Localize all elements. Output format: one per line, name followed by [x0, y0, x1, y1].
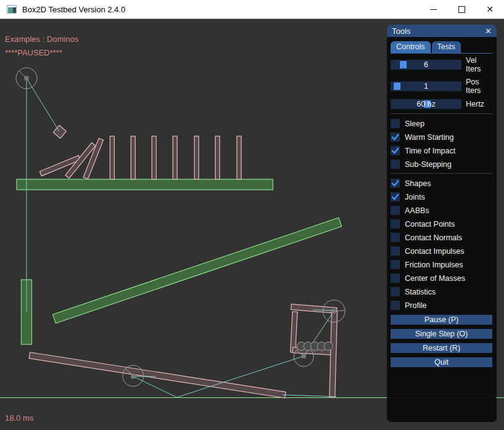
- checkbox-label: Friction Impulses: [405, 261, 463, 269]
- checkbox-label: Statistics: [405, 288, 436, 296]
- maximize-icon: [458, 6, 465, 13]
- pendulum-box: [53, 125, 66, 138]
- button-group: Pause (P)Single Step (O)Restart (R)Quit: [391, 315, 492, 367]
- joint-anchor: [25, 76, 29, 81]
- domino-upright: [237, 136, 242, 179]
- checkbox-label: Shapes: [405, 179, 431, 188]
- minimize-button[interactable]: [419, 0, 447, 18]
- domino-upright: [131, 136, 136, 179]
- joints-checkbox[interactable]: Joints: [391, 192, 492, 201]
- sub-stepping-checkbox[interactable]: Sub-Stepping: [391, 160, 492, 169]
- slider-value: 1: [391, 81, 461, 91]
- checkbox-box[interactable]: [391, 233, 400, 242]
- checkbox-box[interactable]: [391, 206, 400, 215]
- checkbox-label: AABBs: [405, 206, 429, 215]
- center-of-masses-checkbox[interactable]: Center of Masses: [391, 274, 492, 283]
- tools-titlebar[interactable]: Tools ✕: [387, 25, 497, 37]
- single-step-button[interactable]: Single Step (O): [391, 329, 492, 339]
- restart-button[interactable]: Restart (R): [391, 343, 492, 353]
- checkbox-label: Contact Points: [405, 220, 455, 229]
- checkbox-box[interactable]: [391, 132, 400, 142]
- sleep-checkbox[interactable]: Sleep: [391, 119, 492, 128]
- contact-points-checkbox[interactable]: Contact Points: [391, 219, 492, 229]
- vel-iters-slider-row: 6Vel Iters: [391, 56, 492, 73]
- pause-button[interactable]: Pause (P): [391, 315, 492, 325]
- paused-label: ****PAUSED****: [5, 48, 62, 57]
- warm-starting-checkbox[interactable]: Warm Starting: [391, 132, 492, 142]
- tab-controls[interactable]: Controls: [391, 41, 431, 53]
- contact-normals-checkbox[interactable]: Contact Normals: [391, 233, 492, 242]
- checkbox-box[interactable]: [391, 160, 400, 169]
- checkbox-label: Contact Normals: [405, 233, 462, 242]
- quit-button[interactable]: Quit: [391, 357, 492, 367]
- domino-upright: [152, 136, 156, 179]
- checkbox-box[interactable]: [391, 192, 400, 201]
- dominos-platform: [17, 179, 273, 190]
- checkbox-box[interactable]: [391, 179, 400, 188]
- aabbs-checkbox[interactable]: AABBs: [391, 206, 492, 215]
- draw-checkbox-group: ShapesJointsAABBsContact PointsContact N…: [391, 179, 492, 310]
- joint-line: [283, 395, 336, 397]
- window-titlebar[interactable]: Box2D Testbed Version 2.4.0 ✕: [0, 0, 504, 19]
- check-icon: [391, 192, 400, 201]
- profile-checkbox[interactable]: Profile: [391, 301, 492, 310]
- hertz-slider[interactable]: 60 hz: [391, 99, 461, 109]
- checkbox-label: Time of Impact: [405, 147, 455, 155]
- close-button[interactable]: ✕: [476, 0, 504, 18]
- checkbox-box[interactable]: [391, 301, 400, 310]
- stand-right-post: [330, 311, 338, 397]
- domino-upright: [195, 136, 199, 179]
- app-icon: [7, 5, 17, 14]
- window-controls: ✕: [419, 0, 504, 18]
- slider-list: 6Vel Iters1Pos Iters60 hzHertz: [391, 56, 492, 109]
- seesaw-plank: [29, 352, 286, 398]
- physics-canvas[interactable]: Examples : Dominos ****PAUSED**** 18.0 m…: [0, 19, 504, 430]
- joint-anchor: [302, 354, 306, 359]
- domino-upright: [173, 136, 177, 179]
- checkbox-label: Sub-Stepping: [405, 160, 452, 169]
- tools-panel: Tools ✕ ControlsTests 6Vel Iters1Pos Ite…: [387, 25, 497, 422]
- close-icon: ✕: [486, 4, 494, 14]
- slider-label: Vel Iters: [466, 56, 492, 73]
- check-icon: [391, 146, 400, 155]
- slider-value: 60 hz: [391, 99, 461, 109]
- checkbox-box[interactable]: [391, 219, 400, 229]
- separator: [391, 173, 492, 174]
- shapes-checkbox[interactable]: Shapes: [391, 179, 492, 188]
- statistics-checkbox[interactable]: Statistics: [391, 287, 492, 296]
- tools-close-button[interactable]: ✕: [485, 27, 492, 35]
- checkbox-label: Center of Masses: [405, 274, 465, 283]
- checkbox-box[interactable]: [391, 246, 400, 256]
- time-of-impact-checkbox[interactable]: Time of Impact: [391, 146, 492, 155]
- slider-value: 6: [391, 60, 461, 70]
- contact-impulses-checkbox[interactable]: Contact Impulses: [391, 246, 492, 256]
- stand-left-post: [290, 312, 297, 352]
- hertz-slider-row: 60 hzHertz: [391, 99, 492, 109]
- vel-iters-slider[interactable]: 6: [391, 60, 461, 70]
- checkbox-label: Warm Starting: [405, 133, 453, 142]
- joint-anchor: [131, 375, 136, 379]
- domino-upright: [216, 136, 220, 179]
- pos-iters-slider[interactable]: 1: [391, 81, 461, 91]
- maximize-button[interactable]: [447, 0, 476, 18]
- domino-upright: [110, 136, 115, 179]
- check-icon: [391, 132, 400, 142]
- tools-body: ControlsTests 6Vel Iters1Pos Iters60 hzH…: [387, 37, 497, 367]
- checkbox-label: Joints: [405, 193, 425, 201]
- checkbox-box[interactable]: [391, 119, 400, 128]
- tab-bar: ControlsTests: [391, 41, 492, 54]
- simulation-checkbox-group: SleepWarm StartingTime of ImpactSub-Step…: [391, 119, 492, 169]
- checkbox-box[interactable]: [391, 260, 400, 269]
- ball: [324, 342, 333, 351]
- separator: [391, 113, 492, 114]
- friction-impulses-checkbox[interactable]: Friction Impulses: [391, 260, 492, 269]
- checkbox-box[interactable]: [391, 274, 400, 283]
- slider-label: Hertz: [466, 100, 484, 108]
- minimize-icon: [430, 9, 437, 10]
- checkbox-box[interactable]: [391, 146, 400, 155]
- checkbox-label: Sleep: [405, 120, 425, 128]
- joint-line: [26, 78, 59, 131]
- checkbox-box[interactable]: [391, 287, 400, 296]
- tab-tests[interactable]: Tests: [432, 41, 461, 53]
- checkbox-label: Profile: [405, 301, 426, 310]
